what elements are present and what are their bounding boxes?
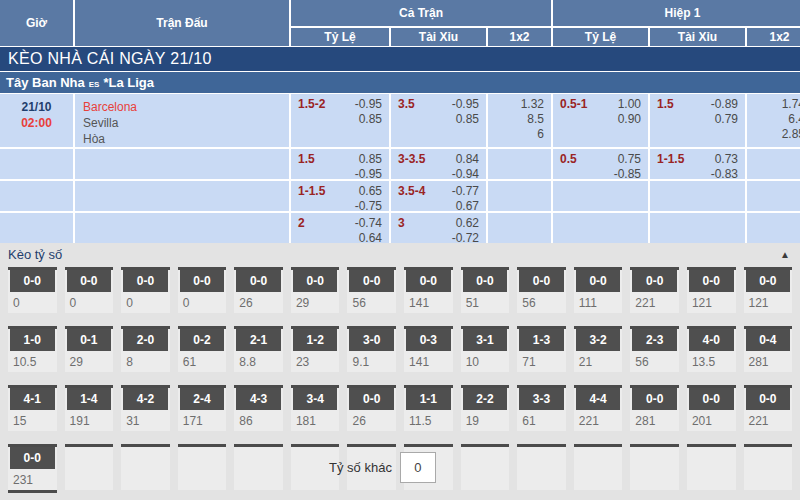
score-button[interactable]: 3-0 [349,329,394,351]
h1-overunder-odds[interactable]: 1.5 -0.890.79 [650,94,745,147]
score-button[interactable]: 2-0 [123,329,168,351]
odds-x[interactable]: 8.5 [527,112,544,126]
score-odds: 11.5 [404,410,453,431]
draw-label[interactable]: Hòa [83,131,282,147]
collapse-arrow-icon[interactable]: ▲ [780,249,790,260]
score-button[interactable]: 0-0 [349,270,394,292]
score-odds: 281 [744,351,793,372]
score-button[interactable]: 0-3 [406,329,451,351]
score-button[interactable]: 4-3 [236,388,281,410]
odds-top[interactable]: -0.74 [355,216,382,230]
odds-top[interactable]: 0.73 [715,152,738,166]
correct-score-section: Kèo tỷ số ▲ 0-000-000-000-000-0260-0290-… [0,243,800,500]
odds-top[interactable]: -0.95 [452,97,479,111]
odds-bottom[interactable]: 0.85 [456,112,479,126]
odds-top[interactable]: -0.77 [452,184,479,198]
score-button[interactable]: 0-4 [746,329,791,351]
odds-1[interactable]: 1.32 [521,97,544,111]
score-button[interactable]: 4-4 [576,388,621,410]
score-button[interactable]: 0-1 [67,329,112,351]
h1-overunder-odds[interactable]: 1-1.5 0.73-0.83 [650,149,745,179]
odds-1[interactable]: 1.74 [782,97,800,111]
odds-bottom[interactable]: -0.85 [614,167,641,179]
score-button[interactable]: 1-4 [67,388,112,410]
score-button[interactable]: 1-0 [10,329,55,351]
h1-1x2-odds[interactable]: 1.74 6.4 2.85 [747,94,800,147]
score-button[interactable]: 0-0 [406,270,451,292]
score-button[interactable]: 4-1 [10,388,55,410]
odds-top[interactable]: -0.95 [355,97,382,111]
score-odds: 0 [121,292,170,313]
odds-top[interactable]: 0.75 [618,152,641,166]
odds-x[interactable]: 6.4 [788,112,800,126]
odds-bottom[interactable]: -0.75 [355,199,382,211]
score-button[interactable]: 0-0 [123,270,168,292]
score-button[interactable]: 0-0 [746,270,791,292]
odds-top[interactable]: 0.85 [359,152,382,166]
score-button[interactable]: 0-0 [576,270,621,292]
score-button[interactable]: 0-0 [746,388,791,410]
score-button[interactable]: 0-0 [632,270,677,292]
odds-bottom[interactable]: 0.64 [359,231,382,243]
ft-handicap-odds[interactable]: 1.5 0.85-0.95 [291,149,389,179]
league-bar[interactable]: Tây Ban Nha es *La Liga [0,72,800,93]
h1-handicap-odds[interactable]: 0.5-1 1.000.90 [553,94,648,147]
odds-bottom[interactable]: -0.94 [452,167,479,179]
odds-2[interactable]: 2.85 [782,127,800,141]
score-button[interactable]: 3-1 [463,329,508,351]
odds-bottom[interactable]: 0.85 [359,112,382,126]
odds-top[interactable]: -0.89 [711,97,738,111]
odds-top[interactable]: 0.65 [359,184,382,198]
score-button[interactable]: 0-0 [349,388,394,410]
home-team[interactable]: Barcelona [83,99,282,115]
odds-2[interactable]: 6 [537,127,544,141]
odds-bottom[interactable]: -0.83 [711,167,738,179]
odds-bottom[interactable]: 0.79 [715,112,738,126]
score-button[interactable]: 0-0 [10,270,55,292]
score-button[interactable]: 3-2 [576,329,621,351]
ft-1x2-odds[interactable]: 1.32 8.5 6 [488,94,551,147]
odds-bottom[interactable]: -0.72 [452,231,479,243]
score-button[interactable]: 1-3 [519,329,564,351]
score-button[interactable]: 1-1 [406,388,451,410]
h1-handicap-odds[interactable]: 0.5 0.75-0.85 [553,149,648,179]
score-button[interactable]: 0-0 [10,447,55,469]
ft-overunder-odds[interactable]: 3-3.5 0.84-0.94 [391,149,486,179]
ft-overunder-odds[interactable]: 3.5-4 -0.770.67 [391,181,486,211]
score-button[interactable]: 0-0 [632,388,677,410]
score-button[interactable]: 1-2 [293,329,338,351]
ft-handicap-odds[interactable]: 1-1.5 0.65-0.75 [291,181,389,211]
score-tile: 0-261 [178,326,227,372]
ft-handicap-odds[interactable]: 1.5-2 -0.950.85 [291,94,389,147]
score-button[interactable]: 2-1 [236,329,281,351]
score-button[interactable]: 2-3 [632,329,677,351]
score-odds: 231 [8,469,57,490]
score-button[interactable]: 0-0 [463,270,508,292]
score-tile: 0-056 [347,267,396,313]
away-team[interactable]: Sevilla [83,115,282,131]
odds-bottom[interactable]: 0.90 [618,112,641,126]
ft-handicap-odds[interactable]: 2 -0.740.64 [291,213,389,243]
score-button[interactable]: 0-2 [180,329,225,351]
score-button[interactable]: 3-3 [519,388,564,410]
score-button[interactable]: 2-2 [463,388,508,410]
ft-overunder-odds[interactable]: 3 0.62-0.72 [391,213,486,243]
odds-bottom[interactable]: -0.95 [355,167,382,179]
score-button[interactable]: 0-0 [67,270,112,292]
odds-top[interactable]: 0.62 [456,216,479,230]
score-button[interactable]: 4-2 [123,388,168,410]
score-button[interactable]: 3-4 [293,388,338,410]
other-score-input[interactable] [400,452,436,483]
score-button[interactable]: 0-0 [236,270,281,292]
score-button[interactable]: 0-0 [689,270,734,292]
odds-top[interactable]: 1.00 [618,97,641,111]
score-button[interactable]: 4-0 [689,329,734,351]
odds-top[interactable]: 0.84 [456,152,479,166]
score-button[interactable]: 0-0 [180,270,225,292]
ft-overunder-odds[interactable]: 3.5 -0.950.85 [391,94,486,147]
score-button[interactable]: 0-0 [519,270,564,292]
score-button[interactable]: 2-4 [180,388,225,410]
odds-bottom[interactable]: 0.67 [456,199,479,211]
score-button[interactable]: 0-0 [689,388,734,410]
score-button[interactable]: 0-0 [293,270,338,292]
